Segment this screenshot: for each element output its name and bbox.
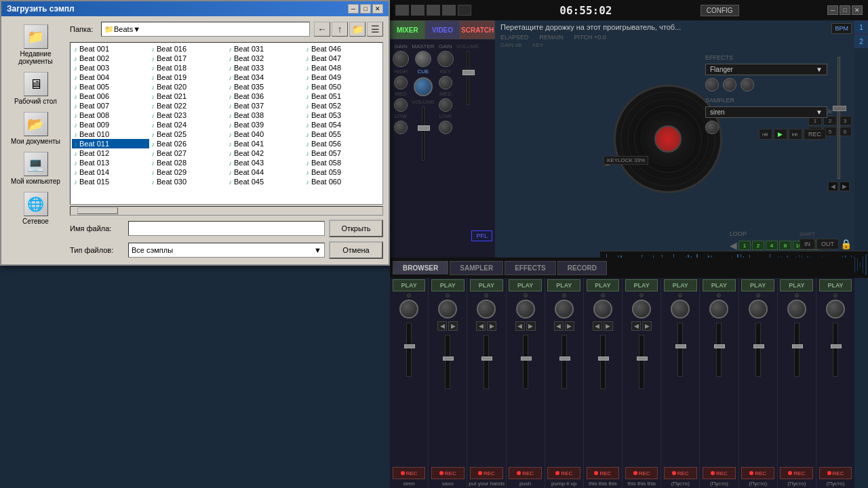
tab-scratch[interactable]: SCRATCH — [460, 20, 495, 39]
effects-combo[interactable]: Flanger ▼ — [705, 64, 827, 75]
loop-btn-1[interactable]: 1 — [738, 241, 751, 250]
file-item[interactable]: ♪Beat 017 — [149, 54, 226, 63]
tab-video[interactable]: VIDEO — [425, 20, 460, 39]
gain-knob-left[interactable] — [393, 51, 409, 67]
sidebar-item-desktop[interactable]: 🖥 Рабочий стол — [7, 69, 64, 108]
tab-browser[interactable]: BROWSER — [393, 261, 448, 274]
maximize-button[interactable]: □ — [360, 4, 371, 14]
next-arrow[interactable]: ▶ — [526, 321, 536, 331]
seg-btn-a[interactable] — [395, 5, 409, 16]
rec-button[interactable]: REC — [703, 467, 736, 479]
prev-arrow[interactable]: ◀ — [631, 321, 641, 331]
sampler-knob-vol[interactable] — [705, 121, 719, 134]
file-item[interactable]: ♪Beat 026 — [149, 139, 226, 148]
file-item[interactable]: ♪Beat 053 — [304, 110, 381, 120]
file-item[interactable]: ♪Beat 031 — [226, 44, 304, 54]
filetype-combo[interactable]: Все сэмплы ▼ — [128, 243, 325, 258]
pitch-up-btn[interactable]: ▶ — [840, 182, 850, 191]
cue-knob[interactable] — [414, 77, 433, 96]
tab-mixer[interactable]: MIXER — [390, 20, 425, 39]
file-item[interactable]: ♪Beat 051 — [304, 92, 381, 101]
file-item[interactable]: ♪Beat 033 — [226, 63, 304, 73]
file-item[interactable]: ♪Beat 023 — [149, 110, 226, 120]
prev-arrow[interactable]: ◀ — [437, 321, 447, 331]
play-button[interactable]: PLAY — [470, 279, 503, 291]
file-item[interactable]: ♪Beat 035 — [226, 82, 304, 92]
file-item[interactable]: ♪Beat 045 — [226, 177, 304, 186]
file-item[interactable]: ♪Beat 010 — [72, 129, 149, 139]
seg-btn-b[interactable] — [411, 5, 425, 16]
next-arrow[interactable]: ▶ — [487, 321, 496, 331]
loop-btn-8[interactable]: 8 — [779, 241, 791, 250]
out-button[interactable]: OUT — [816, 239, 839, 249]
volume-knob[interactable] — [593, 300, 612, 319]
volume-knob[interactable] — [671, 300, 690, 319]
next-arrow[interactable]: ▶ — [448, 321, 458, 331]
rec-button[interactable]: REC — [509, 467, 542, 479]
volume-fader-right[interactable] — [462, 70, 475, 75]
vol-handle[interactable] — [598, 357, 609, 361]
file-item[interactable]: ♪Beat 042 — [226, 148, 304, 158]
file-item[interactable]: ♪Beat 028 — [149, 158, 226, 167]
cancel-button[interactable]: Отмена — [329, 241, 383, 259]
key-knob-right[interactable] — [439, 76, 452, 89]
rec-button[interactable]: REC — [741, 467, 774, 479]
rec-button[interactable]: REC — [819, 467, 852, 479]
scrollbar-thumb[interactable] — [77, 207, 118, 214]
file-item[interactable]: ♪Beat 041 — [226, 139, 304, 148]
tab-sampler[interactable]: SAMPLER — [450, 261, 503, 275]
vol-handle[interactable] — [443, 357, 454, 361]
vol-handle[interactable] — [521, 357, 532, 361]
file-item[interactable]: ♪Beat 025 — [149, 129, 226, 139]
scrollbar[interactable] — [70, 206, 383, 216]
file-item[interactable]: ♪Beat 049 — [304, 73, 381, 82]
file-item[interactable]: ♪Beat 022 — [149, 101, 226, 110]
sampler-combo[interactable]: siren ▼ — [705, 106, 827, 118]
nav-up-button[interactable]: ↑ — [332, 22, 348, 37]
file-item[interactable]: ♪Beat 052 — [304, 101, 381, 110]
play-button[interactable]: PLAY — [393, 279, 426, 291]
play-button[interactable]: PLAY — [780, 279, 813, 291]
sampler-rec[interactable]: REC — [804, 129, 826, 140]
file-item[interactable]: ♪Beat 055 — [304, 129, 381, 139]
num-btn-1[interactable]: 1 — [854, 20, 868, 34]
sidebar-item-network[interactable]: 🌐 Сетевое — [7, 189, 64, 228]
play-button[interactable]: PLAY — [741, 279, 774, 291]
file-item[interactable]: ♪Beat 039 — [226, 120, 304, 129]
med-knob-right[interactable] — [439, 98, 452, 112]
rec-button[interactable]: REC — [780, 467, 813, 479]
seg-btn-c[interactable] — [427, 5, 440, 16]
file-item[interactable]: ♪Beat 057 — [304, 148, 381, 158]
vol-handle[interactable] — [831, 344, 842, 348]
file-item[interactable]: ♪Beat 007 — [72, 101, 149, 110]
file-item[interactable]: ♪Beat 040 — [226, 129, 304, 139]
file-item[interactable]: ♪Beat 046 — [304, 44, 381, 54]
vol-handle[interactable] — [792, 344, 803, 348]
file-item[interactable]: ♪Beat 059 — [304, 167, 381, 177]
fx-knob-1[interactable] — [705, 78, 719, 92]
vol-handle[interactable] — [675, 344, 686, 348]
filename-input[interactable] — [128, 221, 325, 236]
file-item[interactable]: ♪Beat 005 — [72, 82, 149, 92]
file-item[interactable]: ♪Beat 015 — [72, 177, 149, 186]
file-item[interactable]: ♪Beat 036 — [226, 92, 304, 101]
num-btn-2[interactable]: 2 — [854, 35, 868, 48]
play-button[interactable]: PLAY — [587, 279, 620, 291]
volume-knob[interactable] — [787, 300, 806, 319]
sampler-next[interactable]: ⏭ — [789, 129, 802, 140]
file-item[interactable]: ♪Beat 020 — [149, 82, 226, 92]
pitch-handle[interactable] — [833, 106, 846, 111]
volume-knob[interactable] — [826, 300, 845, 319]
volume-knob[interactable] — [749, 300, 768, 319]
sidebar-item-mycomp[interactable]: 💻 Мой компьютер — [7, 149, 64, 188]
vol-handle[interactable] — [714, 344, 725, 348]
play-button[interactable]: PLAY — [431, 279, 465, 291]
file-item[interactable]: ♪Beat 013 — [72, 158, 149, 167]
file-item[interactable]: ♪Beat 018 — [149, 63, 226, 73]
file-item[interactable]: ♪Beat 037 — [226, 101, 304, 110]
rec-button[interactable]: REC — [393, 467, 426, 479]
rec-button[interactable]: REC — [625, 467, 658, 479]
win-close[interactable]: ✕ — [852, 5, 863, 15]
file-item[interactable]: ♪Beat 012 — [72, 148, 149, 158]
sidebar-item-recent[interactable]: 📁 Недавние документы — [7, 22, 64, 68]
